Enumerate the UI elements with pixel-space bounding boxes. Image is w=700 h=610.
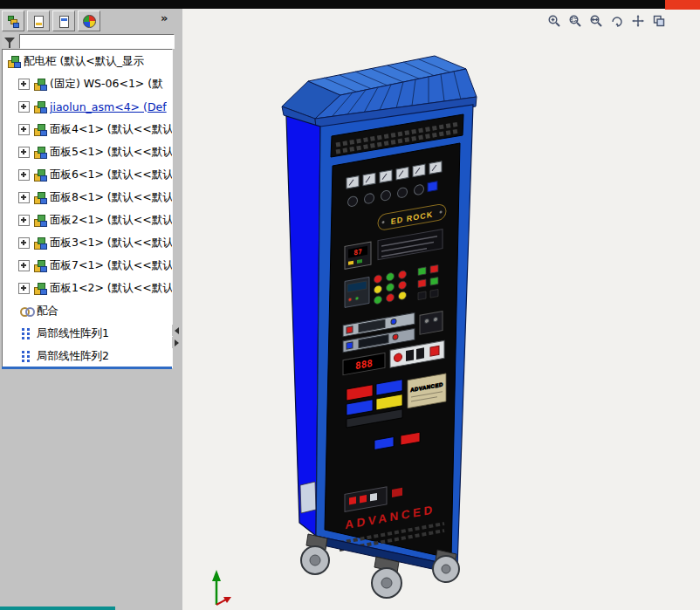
filter-button[interactable] <box>2 33 17 48</box>
component-icon <box>33 236 46 250</box>
tree-item-label: 面板7<1> (默认<<默认 <box>50 258 172 273</box>
component-icon <box>33 78 46 91</box>
zoom-fit-icon[interactable] <box>587 12 605 30</box>
zoom-in-icon[interactable] <box>546 12 563 30</box>
assembly-icon <box>7 55 20 68</box>
tree-item-panel3[interactable]: 面板3<1> (默认<<默认 <box>3 231 172 254</box>
tree-item-ws06[interactable]: (固定) WS-06<1> (默 <box>3 72 172 95</box>
tree-item-label: 面板6<1> (默认<<默认 <box>50 168 172 182</box>
expand-plus-icon[interactable] <box>18 101 30 113</box>
tree-item-label: 配电柜 (默认<默认_显示 <box>24 54 144 69</box>
component-icon <box>33 282 46 295</box>
cabinet-side-face <box>286 116 320 536</box>
solidworks-window: » 配电柜 (默认<默认_显示 (固定) WS-06<1> (默 jiaolun… <box>0 0 700 610</box>
displaymanager-icon <box>83 15 96 28</box>
rotate-view-icon[interactable] <box>608 12 626 30</box>
feature-tree: 配电柜 (默认<默认_显示 (固定) WS-06<1> (默 jiaolun_a… <box>2 49 173 368</box>
tree-panel-splitter[interactable] <box>2 367 172 369</box>
displaymanager-tab[interactable] <box>78 10 100 31</box>
linear-pattern-icon <box>20 350 33 363</box>
tree-item-label: (固定) WS-06<1> (默 <box>50 77 163 92</box>
configurationmanager-tab[interactable] <box>52 10 75 31</box>
expand-plus-icon[interactable] <box>18 237 30 249</box>
mates-folder-icon <box>20 305 33 318</box>
tree-item-pattern2[interactable]: 局部线性阵列2 <box>3 345 172 367</box>
featuremanager-icon <box>7 15 19 27</box>
tree-item-label: 面板3<1> (默认<<默认 <box>50 236 172 250</box>
tree-item-panel2[interactable]: 面板2<1> (默认<<默认 <box>3 209 172 231</box>
filter-funnel-icon <box>4 38 15 44</box>
tree-item-mates[interactable]: 配合 <box>3 299 172 322</box>
display-style-icon[interactable] <box>650 12 668 30</box>
digital-meter-value: 87 <box>353 248 362 257</box>
tree-item-panel8[interactable]: 面板8<1> (默认<<默认 <box>3 186 172 209</box>
tree-filter-input[interactable] <box>19 34 175 49</box>
component-icon <box>33 191 46 204</box>
tree-item-label: 局部线性阵列1 <box>37 326 109 341</box>
origin-triad <box>212 570 231 605</box>
side-label <box>300 482 316 513</box>
tree-item-label: 面板1<2> (默认<<默认 <box>50 281 172 296</box>
propertymanager-tab[interactable] <box>27 10 50 31</box>
pane-collapse-left-button[interactable] <box>172 325 182 336</box>
component-icon <box>33 214 46 227</box>
component-icon <box>33 123 46 136</box>
tree-item-label: 配合 <box>37 304 58 319</box>
panel-tabs-toolbar <box>2 10 100 31</box>
graphics-viewport[interactable]: ED ROCK 87 <box>182 9 700 610</box>
tree-item-label: 面板2<1> (默认<<默认 <box>50 213 172 228</box>
pane-expand-right-button[interactable] <box>172 337 182 348</box>
tree-item-label: 局部线性阵列2 <box>37 349 109 364</box>
component-icon <box>33 259 46 272</box>
tree-item-pattern1[interactable]: 局部线性阵列1 <box>3 322 172 345</box>
expand-plus-icon[interactable] <box>18 79 30 90</box>
titlebar-strip <box>0 0 700 9</box>
tree-item-panel6[interactable]: 面板6<1> (默认<<默认 <box>3 163 172 186</box>
tree-item-label: 面板4<1> (默认<<默认 <box>50 122 172 137</box>
featuremanager-tab[interactable] <box>2 10 24 31</box>
toolbar-expand-button[interactable]: » <box>161 11 168 24</box>
tree-item-label: 面板8<1> (默认<<默认 <box>50 190 172 205</box>
view-toolbar <box>546 12 668 30</box>
expand-plus-icon[interactable] <box>18 215 30 226</box>
tree-item-panel1[interactable]: 面板1<2> (默认<<默认 <box>3 277 172 299</box>
expand-plus-icon[interactable] <box>18 124 30 135</box>
taskbar-edge <box>0 607 115 610</box>
tree-item-jiaolun-asm[interactable]: jiaolun_asm<4> (Def <box>3 95 172 118</box>
tree-item-panel7[interactable]: 面板7<1> (默认<<默认 <box>3 254 172 277</box>
tree-item-label: 面板5<1> (默认<<默认 <box>50 145 172 160</box>
triangle-left-icon <box>175 327 179 334</box>
pan-icon[interactable] <box>629 12 647 30</box>
linear-pattern-icon <box>20 327 33 340</box>
triangle-right-icon <box>175 339 179 346</box>
expand-plus-icon[interactable] <box>18 169 30 181</box>
component-icon <box>33 168 46 182</box>
expand-plus-icon[interactable] <box>18 147 30 158</box>
component-icon <box>33 146 46 159</box>
tree-item-label: jiaolun_asm<4> (Def <box>50 100 167 113</box>
close-button[interactable] <box>665 0 700 10</box>
expand-plus-icon[interactable] <box>18 260 30 271</box>
expand-plus-icon[interactable] <box>18 192 30 203</box>
component-icon <box>33 100 46 113</box>
tree-item-assembly-root[interactable]: 配电柜 (默认<默认_显示 <box>3 50 172 72</box>
configurationmanager-icon <box>58 15 70 27</box>
expand-plus-icon[interactable] <box>18 283 30 294</box>
zoom-window-icon[interactable] <box>566 12 584 30</box>
cabinet-3d-model[interactable]: ED ROCK 87 <box>182 9 700 610</box>
tree-item-panel5[interactable]: 面板5<1> (默认<<默认 <box>3 141 172 163</box>
tree-item-panel4[interactable]: 面板4<1> (默认<<默认 <box>3 118 172 141</box>
propertymanager-icon <box>32 15 45 27</box>
